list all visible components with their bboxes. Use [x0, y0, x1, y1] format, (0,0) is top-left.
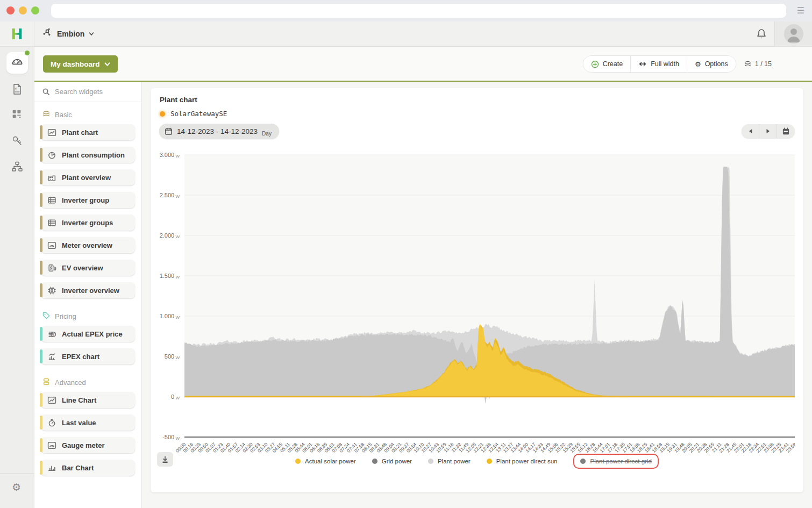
- arrow-right-icon: [766, 128, 771, 134]
- plant-chart-canvas[interactable]: 3.000 W2.500 W2.000 W1.500 W1.000 W500 W…: [159, 151, 795, 463]
- card-accent: [40, 327, 42, 341]
- widget-card-inverter-group[interactable]: Inverter group: [41, 192, 135, 208]
- legend-item-plant-power-direct-grid[interactable]: Plant power direct grid: [580, 458, 651, 464]
- next-period-button[interactable]: [759, 124, 777, 138]
- annotation-highlight-box: Plant power direct grid: [573, 454, 658, 469]
- widget-card-label: Gauge meter: [62, 441, 104, 449]
- chevron-down-icon: [104, 61, 110, 67]
- nav-rail: € ⚙: [0, 47, 34, 508]
- date-range-picker[interactable]: 14-12-2023 - 14-12-2023 Day: [159, 124, 279, 139]
- speedometer-icon: [10, 55, 24, 71]
- widget-card-plant-consumption[interactable]: Plant consumption: [41, 147, 135, 163]
- widget-card-last-value[interactable]: Last value: [41, 414, 135, 431]
- settings-gear-icon[interactable]: ⚙: [12, 481, 21, 493]
- search-icon: [42, 88, 50, 96]
- app-logo[interactable]: H: [0, 22, 34, 46]
- browser-chrome: ☰: [0, 0, 812, 22]
- browser-menu-icon[interactable]: ☰: [797, 6, 804, 16]
- device-status-dot: [160, 111, 165, 117]
- sitemap-icon: [11, 166, 24, 175]
- legend-item-actual-solar-power[interactable]: Actual solar power: [295, 458, 356, 464]
- widget-card-label: Line Chart: [62, 396, 96, 404]
- invoice-icon: €: [11, 88, 24, 97]
- grid-icon: [11, 112, 23, 121]
- widget-title: Plant chart: [160, 96, 197, 104]
- widget-card-plant-overview[interactable]: Plant overview: [41, 169, 135, 185]
- molecule-icon: [42, 27, 53, 40]
- legend-label: Actual solar power: [305, 458, 356, 464]
- widget-card-actual-epex-price[interactable]: € Actual EPEX price: [41, 326, 135, 342]
- chart-coins-icon: [47, 352, 56, 361]
- dashboard-selector-button[interactable]: My dashboard: [43, 55, 118, 73]
- svg-text:€: €: [15, 87, 18, 91]
- maximize-button[interactable]: [31, 6, 39, 15]
- stopwatch-icon: [47, 418, 56, 427]
- svg-text:1.000 W: 1.000 W: [160, 313, 180, 320]
- svg-text:-500 W: -500 W: [162, 434, 180, 441]
- chevron-down-icon: [89, 31, 94, 37]
- rail-item-dashboard[interactable]: [6, 52, 28, 74]
- svg-text:2.000 W: 2.000 W: [160, 232, 180, 239]
- arrow-left-icon: [748, 128, 753, 134]
- card-accent: [40, 416, 42, 430]
- search-input[interactable]: [55, 88, 130, 96]
- section-header-pricing: Pricing: [42, 311, 135, 321]
- options-button[interactable]: ⚙ Options: [687, 56, 736, 72]
- widget-card-inverter-groups[interactable]: Inverter groups: [41, 214, 135, 231]
- full-width-label: Full width: [651, 60, 679, 68]
- factory-icon: [47, 173, 56, 182]
- page-indicator[interactable]: 1 / 15: [744, 60, 772, 68]
- notifications-bell-icon[interactable]: [755, 27, 768, 40]
- card-accent: [40, 261, 42, 275]
- create-button[interactable]: Create: [583, 56, 631, 72]
- legend-item-plant-power[interactable]: Plant power: [428, 458, 471, 464]
- rail-item-access[interactable]: [11, 134, 24, 147]
- tag-icon: [42, 311, 51, 321]
- widget-card-inverter-overview[interactable]: Inverter overview: [41, 282, 135, 298]
- previous-period-button[interactable]: [742, 124, 759, 138]
- widget-card-epex-chart[interactable]: EPEX chart: [41, 348, 135, 364]
- legend-item-plant-power-direct-sun[interactable]: Plant power direct sun: [487, 458, 558, 464]
- rail-item-widgets[interactable]: [11, 108, 24, 121]
- toolbar-button-group: Create Full width ⚙ Options: [583, 55, 736, 73]
- rail-item-hierarchy[interactable]: [11, 160, 24, 173]
- legend-dot: [580, 459, 586, 464]
- create-label: Create: [603, 60, 623, 68]
- legend-label: Plant power: [438, 458, 471, 464]
- section-label: Advanced: [55, 378, 86, 387]
- svg-text:3.000 W: 3.000 W: [160, 152, 180, 159]
- rail-divider: [0, 473, 34, 474]
- card-accent: [40, 170, 42, 184]
- widget-card-bar-chart[interactable]: Bar Chart: [41, 460, 135, 476]
- line-chart-icon: [47, 128, 56, 137]
- widget-card-line-chart[interactable]: Line Chart: [41, 392, 135, 408]
- card-accent: [40, 125, 42, 139]
- pie-chart-icon: [47, 151, 56, 160]
- user-menu[interactable]: [774, 22, 812, 46]
- widget-card-label: Inverter groups: [62, 219, 113, 227]
- widget-card-plant-chart[interactable]: Plant chart: [41, 124, 135, 140]
- device-name: SolarGatewaySE: [170, 110, 227, 118]
- table-icon: [47, 196, 56, 205]
- widget-card-label: Plant chart: [62, 128, 98, 137]
- url-bar[interactable]: [51, 4, 786, 18]
- date-range-value: 14-12-2023 - 14-12-2023: [177, 127, 258, 135]
- gauge-icon: [47, 241, 56, 250]
- rail-item-billing[interactable]: €: [11, 83, 24, 96]
- org-selector[interactable]: Embion: [42, 22, 94, 46]
- widget-search[interactable]: [34, 82, 141, 102]
- arrows-horizontal-icon: [638, 61, 647, 67]
- minimize-button[interactable]: [19, 6, 27, 15]
- widget-sidebar: Basic Plant chart Plant consumption Plan…: [34, 82, 142, 508]
- legend-item-grid-power[interactable]: Grid power: [372, 458, 412, 464]
- widget-card-ev-overview[interactable]: EV overview: [41, 260, 135, 276]
- close-button[interactable]: [6, 6, 15, 15]
- full-width-button[interactable]: Full width: [631, 56, 687, 72]
- plant-chart-widget: Plant chart SolarGatewaySE 14-12-2023 - …: [151, 88, 803, 492]
- widget-card-gauge-meter[interactable]: Gauge meter: [41, 437, 135, 453]
- widget-card-meter-overview[interactable]: Meter overview: [41, 237, 135, 253]
- gauge-icon: [47, 441, 56, 450]
- calendar-button[interactable]: [777, 124, 795, 138]
- card-accent: [40, 349, 42, 363]
- card-accent: [40, 238, 42, 252]
